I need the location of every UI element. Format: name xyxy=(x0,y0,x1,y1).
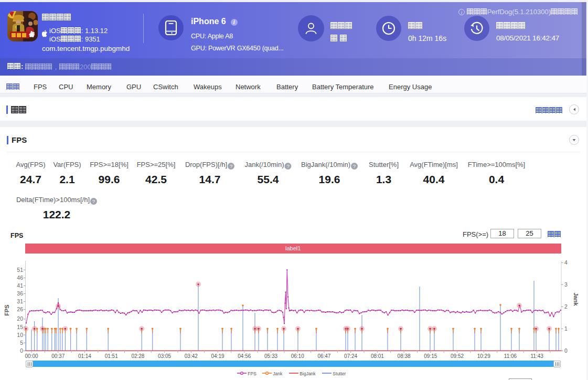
svg-text:05:33: 05:33 xyxy=(264,353,277,359)
svg-text:20: 20 xyxy=(17,315,23,322)
svg-text:2: 2 xyxy=(564,303,568,310)
svg-text:06:10: 06:10 xyxy=(291,353,304,359)
svg-text:09:15: 09:15 xyxy=(424,353,437,359)
svg-text:15: 15 xyxy=(17,324,23,330)
svg-text:02:28: 02:28 xyxy=(131,353,144,359)
svg-text:06:47: 06:47 xyxy=(317,353,330,359)
svg-text:Jank: Jank xyxy=(573,292,579,306)
svg-text:11:43: 11:43 xyxy=(531,353,544,359)
svg-text:3: 3 xyxy=(564,281,568,288)
svg-text:08:38: 08:38 xyxy=(398,353,411,359)
svg-text:00:00: 00:00 xyxy=(25,353,38,359)
svg-text:03:42: 03:42 xyxy=(185,353,198,359)
svg-text:0: 0 xyxy=(564,347,568,354)
svg-text:04:19: 04:19 xyxy=(211,353,224,359)
svg-text:36: 36 xyxy=(17,290,23,297)
svg-text:01:51: 01:51 xyxy=(105,353,118,359)
svg-text:31: 31 xyxy=(17,298,23,304)
svg-text:46: 46 xyxy=(17,275,23,281)
svg-text:0: 0 xyxy=(20,347,23,354)
svg-text:10: 10 xyxy=(17,332,23,338)
svg-text:00:37: 00:37 xyxy=(51,353,65,359)
svg-text:FPS: FPS xyxy=(4,304,10,315)
svg-text:11:06: 11:06 xyxy=(504,353,517,359)
svg-text:01:14: 01:14 xyxy=(78,353,91,359)
svg-text:09:52: 09:52 xyxy=(451,353,464,359)
svg-text:1: 1 xyxy=(564,325,568,332)
svg-text:08:01: 08:01 xyxy=(371,353,384,359)
svg-text:26: 26 xyxy=(17,306,23,312)
svg-text:10:29: 10:29 xyxy=(477,353,490,359)
svg-text:03:05: 03:05 xyxy=(158,353,171,359)
svg-text:5: 5 xyxy=(20,340,23,346)
svg-text:4: 4 xyxy=(564,259,568,266)
svg-text:04:56: 04:56 xyxy=(238,353,251,359)
svg-text:41: 41 xyxy=(17,282,23,289)
svg-text:07:24: 07:24 xyxy=(344,353,357,359)
svg-text:51: 51 xyxy=(17,267,23,273)
